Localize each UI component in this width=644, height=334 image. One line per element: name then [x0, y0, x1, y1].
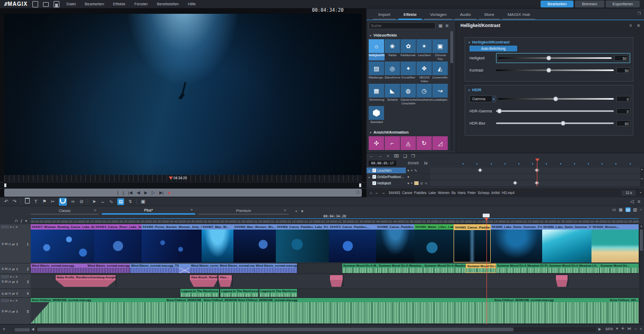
group-header-hdr[interactable]: ▾HDR: [465, 85, 633, 93]
menu-datei[interactable]: Datei: [64, 1, 78, 7]
open-project-icon[interactable]: [43, 2, 49, 7]
effect-geschwindigkeit[interactable]: ◷Geschwind...: [416, 84, 432, 105]
effect-verzerrung[interactable]: ▦Verzerrung: [369, 84, 385, 105]
preview-range-bar[interactable]: [0, 182, 366, 189]
keyframe-row-groesse-position[interactable]: ▸✓Größe/Position/...▾: [367, 174, 640, 180]
track-3-menu-caret[interactable]: ▾: [10, 275, 12, 278]
marker-icon[interactable]: ⚑: [42, 198, 47, 205]
next-keyframe-button[interactable]: →: [378, 154, 382, 159]
record-button[interactable]: ●: [168, 190, 170, 196]
preview-ruler[interactable]: 04:34:20: [4, 175, 362, 181]
object-mode-icon[interactable]: ▤: [117, 198, 124, 205]
tab-store[interactable]: Store: [479, 11, 500, 20]
section-header-videoeffekte[interactable]: ▾Videoeffekte: [369, 31, 450, 39]
clip-summer-mood-on[interactable]: Summer Mood On...: [599, 263, 639, 273]
keyframe-row-leuchten-pen-button[interactable]: ✎: [414, 169, 417, 173]
mouse-mode-stretch-icon[interactable]: ↔: [100, 198, 105, 205]
keyframe-scrollbar[interactable]: ▲▼: [640, 168, 643, 187]
track-3-mute-button[interactable]: M: [5, 280, 7, 283]
inspector-menu-icon[interactable]: ≡: [630, 23, 632, 28]
gamma-slider[interactable]: [498, 98, 614, 100]
filter-view-icon[interactable]: ≋: [445, 23, 449, 28]
keyframe-playhead[interactable]: [537, 162, 537, 187]
project-tab-menu-icon[interactable]: ▾: [301, 209, 303, 214]
tab-effekte[interactable]: Effekte: [398, 11, 422, 20]
mixer-icon[interactable]: ≡: [638, 199, 640, 204]
track-1-menu-caret[interactable]: ▾: [10, 225, 12, 228]
clip-544460-picnic-basket-woman-jetty-car[interactable]: 544460_Picnic_Basket_Woman_Jetty_Car: [142, 224, 202, 262]
animation-rotation-tile[interactable]: ↻: [416, 136, 432, 151]
zoom-in-button[interactable]: +: [640, 327, 642, 331]
tab-vorlagen[interactable]: Vorlagen: [424, 11, 452, 20]
track-5-close-button[interactable]: ✕: [15, 299, 18, 302]
clip-ibiza-chillout-98382368-normal-macogg[interactable]: Ibiza Chillout_98382368_normal.macogg: [493, 298, 610, 323]
keyframe-row-leuchten-dropdown-button[interactable]: ▾: [407, 169, 409, 173]
track-3-swap-icon[interactable]: ⇄: [12, 279, 15, 283]
effects-scrollbar[interactable]: [450, 31, 453, 151]
track-2-swap-icon[interactable]: ⇄: [12, 267, 15, 270]
track-1-close-button[interactable]: ✕: [15, 225, 18, 228]
track-3-add-button[interactable]: +: [13, 275, 14, 278]
clip-544467-man-w[interactable]: 544467_Man_W...: [202, 224, 234, 262]
clip-summer-mood-on-a-meadow[interactable]: Summer Mood On A Meadow...: [423, 263, 466, 273]
mouse-mode-curve-icon[interactable]: ∿: [109, 198, 114, 205]
effect-farbe[interactable]: ❀Farbe: [385, 39, 401, 60]
add-project-tab-button[interactable]: +: [295, 209, 298, 214]
zoom-range-icon[interactable]: ⋈: [628, 327, 631, 331]
unit-value[interactable]: 1s: [424, 161, 428, 165]
hscroll-thumb[interactable]: [37, 328, 514, 331]
track-2-mute-button[interactable]: M: [5, 267, 7, 270]
track-1-add-button[interactable]: +: [13, 225, 14, 228]
ungroup-icon[interactable]: ⊘: [79, 198, 84, 205]
track-3-resize-icon[interactable]: ⇕: [16, 279, 19, 283]
clip-wind-blasts-normal-macogg[interactable]: Wind Blasts_normal.macogg: [31, 263, 87, 273]
playhead-flag-icon[interactable]: [483, 214, 490, 217]
track-5-swap-icon[interactable]: ⇄: [12, 309, 15, 313]
clip-untitled[interactable]: [330, 275, 343, 287]
track-4-resize-icon[interactable]: ⇕: [16, 292, 19, 295]
track-menu-icon[interactable]: ▾: [25, 219, 27, 223]
effect-farbkorrektur[interactable]: ✿Farbkorrek...: [401, 39, 416, 60]
clip-544490-water-lilies-lake-li[interactable]: 544490_Water_Lilies_Lake_Li...: [414, 224, 454, 262]
clip-summer-mood-on-a-meadow-lif[interactable]: Summer Mood On A Meadow Lif...: [548, 263, 600, 273]
effect-stanzformen[interactable]: ◎Stanzformen: [385, 61, 401, 83]
track-2-lock-icon[interactable]: ⊓: [8, 267, 11, 270]
keyframe-row-leuchten-add-button[interactable]: +: [411, 169, 413, 172]
grid-view-icon[interactable]: ▦: [439, 23, 443, 28]
keyframe-row-helligkeit-checkbox[interactable]: ✓: [372, 181, 376, 185]
effect-chroma-key[interactable]: ▣Chroma Key: [432, 39, 448, 60]
delete-icon[interactable]: [25, 198, 30, 206]
timeline-mode-icon[interactable]: ▤: [625, 207, 631, 212]
tab-import[interactable]: Import: [373, 11, 396, 20]
storyboard-mode-icon[interactable]: ▦: [619, 207, 623, 212]
clip-564289-lake-swim-summer-fr[interactable]: 564289_Lake_Swim_Summer_Fr...: [542, 224, 592, 262]
keyframe-row-groesse-position-checkbox[interactable]: ✓: [372, 175, 376, 179]
gamma-value[interactable]: 0: [616, 96, 630, 102]
keyframe-row-helligkeit-curve-button[interactable]: ∿: [425, 181, 428, 186]
project-tab-classic[interactable]: Classic✕: [31, 207, 99, 215]
scroll-left-button[interactable]: ◀: [31, 327, 34, 331]
clip-ibiza-chillout-98382368-normal-macogg[interactable]: Ibiza Chillout_98382368_normal.macogg: [237, 298, 494, 323]
loop-icon[interactable]: ◔: [639, 190, 641, 195]
clip-untitled[interactable]: [556, 275, 568, 287]
jump-start-button[interactable]: |◀: [128, 190, 132, 195]
clip-wind-blasts-normal-macogg[interactable]: Wind Blasts_normal.macogg: [255, 263, 298, 273]
track-5-add-button[interactable]: +: [13, 299, 14, 302]
clip-544417-woman-rowing-canoe-lake-by-h[interactable]: 544417_Woman_Rowing_Canoe_Lake_By_H...: [31, 224, 95, 262]
effect-lookabgleich[interactable]: ↝Lookabglei...: [432, 84, 448, 105]
clip-544424-canoe-river-lake-veg[interactable]: 544424_Canoe_River_Lake_Veg...: [94, 224, 142, 262]
mode-button-exportieren[interactable]: Exportieren: [606, 1, 640, 7]
track-1-mute-button[interactable]: M: [5, 242, 7, 245]
track-4-lock-icon[interactable]: ⊓: [8, 292, 11, 295]
effect-gausssche-unschaerfe[interactable]: ◍Gauss'sche Unschärfe: [401, 84, 416, 105]
project-tab-premium[interactable]: Premium✕: [198, 207, 289, 215]
tab-magix-hub[interactable]: MAGIX Hub: [502, 11, 536, 20]
title-icon[interactable]: T: [33, 198, 38, 205]
effect-linsenreflexe[interactable]: ◭Linsenrefle...: [432, 61, 448, 83]
clip-laguna-in-the-rainforest-n[interactable]: Laguna In The Rainforest_n...: [220, 289, 259, 297]
preview-playhead-marker[interactable]: 04:34:20: [169, 176, 187, 180]
razor-icon[interactable]: ✂: [50, 198, 55, 205]
clip-alex[interactable]: Alex...: [219, 275, 232, 287]
keyframe-row-leuchten-lane[interactable]: [430, 168, 640, 173]
kontrast-slider-thumb[interactable]: [546, 68, 551, 73]
